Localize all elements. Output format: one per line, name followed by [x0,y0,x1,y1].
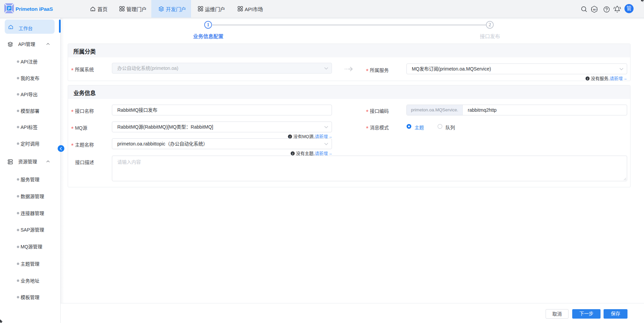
svg-text:AI: AI [593,8,596,11]
svg-text:P: P [8,6,10,10]
